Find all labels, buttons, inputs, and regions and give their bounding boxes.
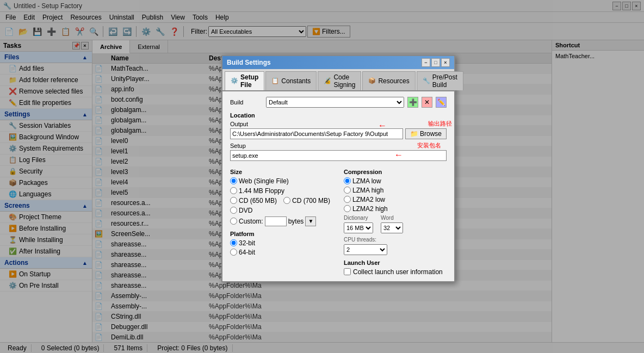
collect-info-item: Collect launch user information <box>344 268 447 276</box>
comp-lzma2-high: LZMA2 high <box>344 205 447 213</box>
platform-32-radio[interactable] <box>230 239 237 246</box>
collect-info-label: Collect launch user information <box>353 268 443 276</box>
modal-minimize-btn[interactable]: − <box>422 58 430 67</box>
size-cd650-radio[interactable] <box>230 197 237 204</box>
comp-lzma-high-label: LZMA high <box>352 187 383 194</box>
col-left: Size Web (Single File) 1.44 MB Floppy <box>230 165 333 276</box>
comp-lzma-high-radio[interactable] <box>344 187 351 194</box>
collect-info-checkbox[interactable] <box>344 268 351 275</box>
col-right: Compression LZMA low LZMA high LZMA2 <box>344 165 447 276</box>
browse-icon: 📁 <box>410 130 418 138</box>
output-label: Output <box>230 121 447 127</box>
platform-32-label: 32-bit <box>239 239 255 247</box>
comp-lzma2-high-label: LZMA2 high <box>352 205 388 213</box>
dictionary-group: Dictionary 16 MB 32 MB 64 MB <box>344 215 373 233</box>
comp-lzma2-low: LZMA2 low <box>344 196 447 203</box>
build-remove-btn[interactable]: ✕ <box>422 97 432 108</box>
platform-64-radio[interactable] <box>230 249 237 256</box>
size-dvd-radio[interactable] <box>230 207 237 214</box>
threads-select[interactable]: 1 2 4 8 <box>344 244 387 255</box>
modal-title-bar: Build Settings − □ × <box>222 56 454 69</box>
size-cd700-label: CD (700 MB) <box>292 197 330 205</box>
size-custom-input[interactable] <box>265 216 287 226</box>
modal-tab-pre-post[interactable]: 🔧 Pre/Post Build <box>417 71 463 90</box>
compression-title: Compression <box>344 169 447 175</box>
comp-lzma-low-label: LZMA low <box>352 177 381 185</box>
platform-section: Platform 32-bit 64-bit <box>230 231 333 256</box>
size-cd700: CD (700 MB) <box>283 197 330 205</box>
output-input-row: 📁 Browse <box>230 128 447 139</box>
modal-tab-setup-file[interactable]: ⚙️ Setup File <box>225 71 264 90</box>
build-edit-btn[interactable]: ✏️ <box>436 97 447 108</box>
size-cd700-radio[interactable] <box>283 197 290 204</box>
setup-file-icon: ⚙️ <box>231 77 238 84</box>
pre-post-icon: 🔧 <box>423 77 430 84</box>
size-dvd-label: DVD <box>239 207 252 214</box>
modal-tab-code-signing[interactable]: 🔏 Code Signing <box>318 71 361 90</box>
size-custom-unit-btn[interactable]: ▼ <box>305 216 316 226</box>
comp-lzma-high: LZMA high <box>344 187 447 194</box>
modal-maximize-btn[interactable]: □ <box>431 58 440 67</box>
size-floppy-label: 1.44 MB Floppy <box>239 187 284 195</box>
size-cd650-label: CD (650 MB) <box>239 197 277 205</box>
modal-tabs: ⚙️ Setup File 📋 Constants 🔏 Code Signing… <box>222 69 454 91</box>
location-title: Location <box>230 112 447 119</box>
dict-word-row: Dictionary 16 MB 32 MB 64 MB Word 32 <box>344 215 447 233</box>
modal-body: Build Default ➕ ✕ ✏️ Location Output ← 输… <box>222 91 454 281</box>
modal-tab-constants[interactable]: 📋 Constants <box>265 71 317 90</box>
dictionary-label: Dictionary <box>344 215 373 221</box>
comp-lzma-low: LZMA low <box>344 177 447 185</box>
compression-options: LZMA low LZMA high LZMA2 low LZMA2 <box>344 177 447 213</box>
launch-user-section: Launch User Collect launch user informat… <box>344 259 447 276</box>
constants-icon: 📋 <box>271 77 279 84</box>
size-custom: Custom: bytes ▼ <box>230 216 316 226</box>
word-label: Word <box>381 215 403 221</box>
build-label: Build <box>230 99 263 106</box>
modal-title-controls[interactable]: − □ × <box>422 58 450 67</box>
build-settings-modal: Build Settings − □ × ⚙️ Setup File 📋 Con… <box>221 55 455 282</box>
comp-lzma2-low-radio[interactable] <box>344 196 351 203</box>
word-select[interactable]: 32 64 128 <box>381 222 403 233</box>
comp-lzma2-low-label: LZMA2 low <box>352 196 385 203</box>
launch-user-title: Launch User <box>344 259 447 266</box>
output-row: Output ← 输出路径 📁 Browse <box>230 121 447 139</box>
comp-lzma-low-radio[interactable] <box>344 177 351 184</box>
code-signing-icon: 🔏 <box>324 77 331 84</box>
build-row: Build Default ➕ ✕ ✏️ <box>230 97 447 108</box>
platform-64-label: 64-bit <box>239 249 255 256</box>
size-cd650: CD (650 MB) <box>230 197 277 205</box>
threads-label: CPU threads: <box>344 237 447 243</box>
size-web-label: Web (Single File) <box>239 177 289 185</box>
setup-label: Setup <box>230 143 447 149</box>
modal-tab-resources[interactable]: 📦 Resources <box>362 71 415 90</box>
size-custom-label: Custom: <box>239 218 263 225</box>
size-web: Web (Single File) <box>230 177 289 185</box>
output-input[interactable] <box>230 128 403 139</box>
modal-overlay: Build Settings − □ × ⚙️ Setup File 📋 Con… <box>0 0 644 353</box>
modal-title-text: Build Settings <box>227 59 271 66</box>
size-floppy-radio[interactable] <box>230 187 237 194</box>
size-web-radio[interactable] <box>230 177 237 184</box>
threads-row: CPU threads: 1 2 4 8 <box>344 237 447 255</box>
size-options: Web (Single File) 1.44 MB Floppy CD (650… <box>230 177 333 226</box>
setup-row: Setup 安装包名 ← <box>230 143 447 161</box>
size-custom-unit: bytes <box>288 218 304 225</box>
build-select[interactable]: Default <box>266 97 404 108</box>
size-floppy: 1.44 MB Floppy <box>230 187 284 195</box>
size-title: Size <box>230 169 333 175</box>
size-custom-radio[interactable] <box>230 218 237 225</box>
platform-64: 64-bit <box>230 249 333 256</box>
platform-32: 32-bit <box>230 239 333 247</box>
setup-input[interactable] <box>230 150 447 161</box>
dictionary-select[interactable]: 16 MB 32 MB 64 MB <box>344 222 373 233</box>
browse-button[interactable]: 📁 Browse <box>405 128 447 139</box>
size-dvd: DVD <box>230 207 252 214</box>
platform-title: Platform <box>230 231 333 237</box>
build-add-btn[interactable]: ➕ <box>407 97 418 108</box>
modal-close-btn[interactable]: × <box>441 58 450 67</box>
word-group: Word 32 64 128 <box>381 215 403 233</box>
comp-lzma2-high-radio[interactable] <box>344 205 351 212</box>
resources-icon: 📦 <box>368 77 376 84</box>
two-col-layout: Size Web (Single File) 1.44 MB Floppy <box>230 165 447 276</box>
